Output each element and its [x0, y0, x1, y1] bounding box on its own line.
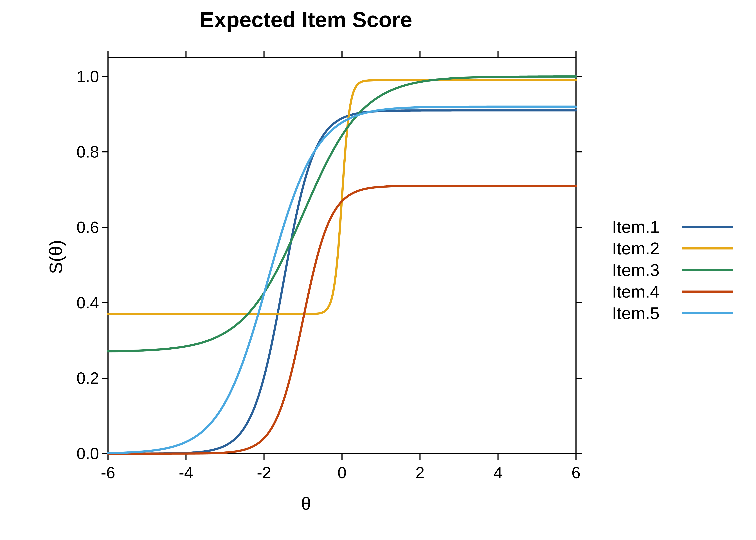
- x-tick-label: 4: [494, 464, 503, 482]
- legend-item: Item.2: [612, 238, 747, 259]
- legend-item: Item.4: [612, 281, 747, 302]
- y-tick-label: 0.6: [76, 218, 104, 236]
- legend-swatch: [682, 291, 733, 293]
- x-tick-label: -2: [257, 464, 271, 482]
- y-axis-label: S(θ): [46, 239, 66, 275]
- series-line-Item.4: [108, 186, 576, 454]
- x-tick-label: 6: [571, 464, 580, 482]
- y-tick-label: 0.4: [76, 293, 104, 312]
- legend-item: Item.1: [612, 216, 747, 238]
- legend-label: Item.2: [612, 239, 675, 258]
- x-tick-label: 0: [337, 464, 346, 482]
- legend-item: Item.5: [612, 302, 747, 324]
- legend-label: Item.4: [612, 282, 675, 302]
- legend-swatch: [682, 312, 733, 314]
- legend-swatch: [682, 226, 733, 228]
- legend-swatch: [682, 247, 733, 249]
- x-tick-label: 2: [416, 464, 425, 482]
- legend-swatch: [682, 269, 733, 271]
- series-line-Item.2: [108, 80, 576, 314]
- y-tick-label: 0.8: [76, 143, 104, 161]
- y-tick-label: 1.0: [76, 67, 104, 86]
- x-tick-label: -4: [179, 464, 193, 482]
- legend-label: Item.1: [612, 217, 675, 237]
- y-tick-label: 0.0: [76, 445, 104, 463]
- series-line-Item.1: [108, 110, 576, 454]
- series-line-Item.5: [108, 106, 576, 453]
- legend-item: Item.3: [612, 259, 747, 281]
- chart-stage: Expected Item Score -6-4-20246 0.00.20.4…: [0, 0, 756, 540]
- x-tick-label: -6: [101, 464, 115, 482]
- x-axis-label: θ: [0, 493, 612, 514]
- y-tick-label: 0.2: [76, 369, 104, 387]
- legend-label: Item.3: [612, 260, 675, 280]
- legend-label: Item.5: [612, 304, 675, 323]
- svg-rect-0: [108, 58, 576, 454]
- legend: Item.1Item.2Item.3Item.4Item.5: [612, 216, 747, 324]
